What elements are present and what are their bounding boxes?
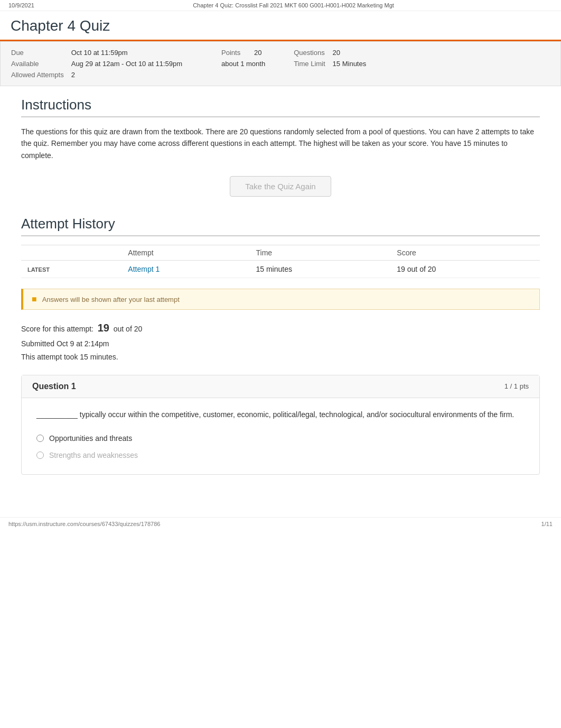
answer-option-2[interactable]: Strengths and weaknesses	[36, 447, 525, 464]
attempt-table: Attempt Time Score LATEST Attempt 1 15 m…	[21, 245, 540, 278]
main-content: Instructions The questions for this quiz…	[0, 86, 561, 496]
timelimit-value: 15 Minutes	[333, 58, 374, 69]
timelimit-label: Time Limit	[294, 58, 332, 69]
meta-row-1: Due Oct 10 at 11:59pm Points 20 Question…	[11, 47, 373, 58]
instructions-title: Instructions	[21, 97, 540, 117]
meta-table: Due Oct 10 at 11:59pm Points 20 Question…	[11, 47, 373, 80]
page-header: Chapter 4 Quiz	[0, 11, 561, 41]
questions-value: 20	[333, 47, 374, 58]
question-1-text: __________ typically occur within the co…	[36, 409, 525, 420]
due-value: Oct 10 at 11:59pm	[71, 47, 190, 58]
attempt-history-title: Attempt History	[21, 216, 540, 236]
quiz-meta: Due Oct 10 at 11:59pm Points 20 Question…	[0, 41, 561, 86]
question-1-pts: 1 / 1 pts	[504, 382, 529, 390]
points-value: 20	[254, 47, 273, 58]
question-1-header: Question 1 1 / 1 pts	[22, 375, 539, 398]
attempt-link-cell[interactable]: Attempt 1	[121, 261, 249, 278]
page-title: Chapter 4 Quiz	[11, 17, 550, 34]
col-time: Time	[249, 245, 390, 261]
meta-row-2: Available Aug 29 at 12am - Oct 10 at 11:…	[11, 58, 373, 69]
question-1-body: __________ typically occur within the co…	[22, 398, 539, 474]
browser-bar: 10/9/2021 Chapter 4 Quiz: Crosslist Fall…	[0, 0, 561, 11]
attempt-table-header-row: Attempt Time Score	[21, 245, 540, 261]
attempts-label: Allowed Attempts	[11, 69, 71, 80]
info-message: Answers will be shown after your last at…	[42, 296, 180, 303]
browser-date: 10/9/2021	[8, 2, 34, 8]
score-number: 19	[98, 322, 109, 334]
attempt-time: 15 minutes	[249, 261, 390, 278]
col-tag	[21, 245, 121, 261]
submitted-line: Submitted Oct 9 at 2:14pm	[21, 337, 540, 351]
info-icon: ■	[32, 294, 37, 304]
attempt-history-section: Attempt History Attempt Time Score LATES…	[21, 216, 540, 278]
question-1-label: Question 1	[32, 382, 76, 391]
browser-title: Chapter 4 Quiz: Crosslist Fall 2021 MKT …	[193, 2, 394, 8]
attempt-1-link[interactable]: Attempt 1	[128, 265, 160, 273]
due-label: Due	[11, 47, 71, 58]
attempts-value: 2	[71, 69, 190, 80]
radio-1[interactable]	[36, 435, 44, 442]
questions-label: Questions	[294, 47, 332, 58]
latest-label: LATEST	[21, 261, 121, 278]
footer-url: https://usm.instructure.com/courses/6743…	[8, 521, 160, 527]
score-label: Score for this attempt:	[21, 325, 94, 333]
col-score: Score	[390, 245, 540, 261]
col-attempt: Attempt	[121, 245, 249, 261]
info-box: ■ Answers will be shown after your last …	[21, 289, 540, 310]
instructions-body: The questions for this quiz are drawn fr…	[21, 126, 540, 161]
answer-2-label: Strengths and weaknesses	[49, 451, 138, 459]
question-1-block: Question 1 1 / 1 pts __________ typicall…	[21, 375, 540, 475]
footer-page: 1/11	[541, 521, 553, 527]
radio-2[interactable]	[36, 451, 44, 459]
available-label: Available	[11, 58, 71, 69]
score-details: Score for this attempt: 19 out of 20 Sub…	[21, 318, 540, 364]
attempt-table-body: LATEST Attempt 1 15 minutes 19 out of 20	[21, 261, 540, 278]
attempt-score: 19 out of 20	[390, 261, 540, 278]
availability-note: about 1 month	[221, 58, 273, 69]
duration-line: This attempt took 15 minutes.	[21, 351, 540, 364]
score-line: Score for this attempt: 19 out of 20	[21, 318, 540, 337]
take-quiz-btn-wrapper: Take the Quiz Again	[21, 176, 540, 197]
answer-option-1[interactable]: Opportunities and threats	[36, 430, 525, 447]
meta-row-3: Allowed Attempts 2	[11, 69, 373, 80]
attempt-table-head: Attempt Time Score	[21, 245, 540, 261]
score-out-of: out of 20	[114, 325, 143, 333]
table-row: LATEST Attempt 1 15 minutes 19 out of 20	[21, 261, 540, 278]
footer: https://usm.instructure.com/courses/6743…	[0, 517, 561, 530]
take-quiz-button[interactable]: Take the Quiz Again	[230, 176, 331, 197]
available-value: Aug 29 at 12am - Oct 10 at 11:59pm	[71, 58, 190, 69]
answer-1-label: Opportunities and threats	[49, 434, 132, 443]
points-label: Points	[221, 47, 254, 58]
